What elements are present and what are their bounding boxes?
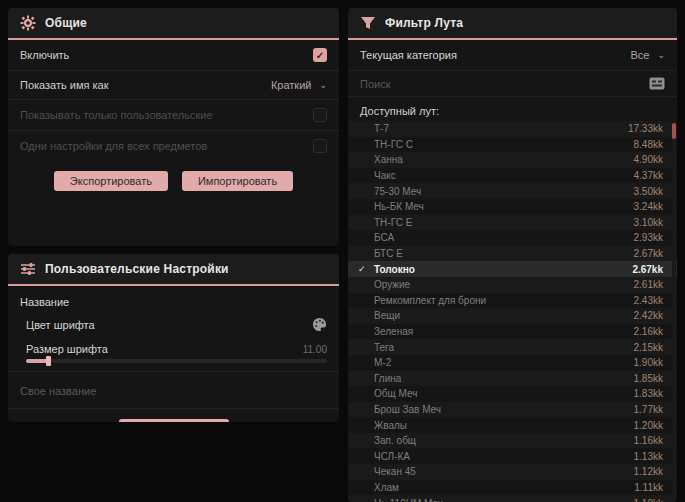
font-size-slider-wrap xyxy=(8,359,339,372)
loot-list-item[interactable]: Тега 2.15kk xyxy=(348,339,677,355)
show-name-row: Показать имя как Краткий ⌄ xyxy=(8,70,339,99)
loot-filter-header: Фильтр Лута xyxy=(348,8,677,40)
loot-item-value: 8.48kk xyxy=(634,139,663,150)
custom-name-input[interactable] xyxy=(20,385,327,397)
loot-list-item[interactable]: М-2 1.90kk xyxy=(348,355,677,371)
loot-item-value: 2.67kk xyxy=(634,248,663,259)
delete-button[interactable]: Удалить xyxy=(119,419,229,422)
loot-list-item[interactable]: Брош Зав Меч 1.77kk xyxy=(348,402,677,418)
font-size-value: 11.00 xyxy=(303,344,327,355)
palette-icon[interactable] xyxy=(312,317,327,332)
loot-item-value: 2.61kk xyxy=(634,279,663,290)
loot-item-name: Тега xyxy=(374,342,634,353)
loot-item-name: Общ Меч xyxy=(374,388,634,399)
loot-item-value: 1.90kk xyxy=(634,357,663,368)
loot-item-value: 2.16kk xyxy=(634,326,663,337)
loot-list-item[interactable]: ✓ Толокно 2.67kk xyxy=(348,261,677,277)
font-size-label: Размер шрифта xyxy=(26,343,108,355)
loot-list-item[interactable]: Нь-110НМ Меч 1.10kk xyxy=(348,495,677,502)
category-dropdown[interactable]: Все ⌄ xyxy=(630,49,665,61)
loot-list-item[interactable]: БТС Е 2.67kk xyxy=(348,246,677,262)
loot-item-name: БТС Е xyxy=(374,248,634,259)
name-label: Название xyxy=(8,286,339,310)
loot-item-value: 4.90kk xyxy=(634,154,663,165)
loot-list-item[interactable]: Ремкомплект для брони 2.43kk xyxy=(348,293,677,309)
search-row xyxy=(348,70,677,97)
import-button[interactable]: Импортировать xyxy=(182,171,293,191)
only-custom-row: Показывать только пользовательские xyxy=(8,99,339,130)
chevron-down-icon: ⌄ xyxy=(657,50,665,60)
loot-item-name: Чакс xyxy=(374,170,634,181)
only-custom-label: Показывать только пользовательские xyxy=(20,109,213,121)
same-settings-row: Одни настройки для всех предметов xyxy=(8,130,339,161)
loot-list-item[interactable]: Вещи 2.42kk xyxy=(348,308,677,324)
font-color-label: Цвет шрифта xyxy=(26,319,95,331)
search-settings-icon[interactable] xyxy=(649,77,665,90)
loot-item-name: Т-7 xyxy=(374,123,628,134)
loot-list-item[interactable]: Ханна 4.90kk xyxy=(348,152,677,168)
chevron-down-icon: ⌄ xyxy=(319,80,327,90)
loot-item-name: 75-30 Меч xyxy=(374,186,634,197)
loot-item-name: Зап. общ xyxy=(374,435,634,446)
loot-item-value: 1.16kk xyxy=(634,435,663,446)
same-settings-checkbox[interactable] xyxy=(313,139,327,153)
loot-item-name: Ремкомплект для брони xyxy=(374,295,634,306)
font-size-row: Размер шрифта 11.00 xyxy=(8,336,339,359)
loot-list-item[interactable]: Зеленая 2.16kk xyxy=(348,324,677,340)
sliders-icon xyxy=(20,261,36,277)
loot-list-item[interactable]: ТН-ГС Е 3.10kk xyxy=(348,215,677,231)
export-import-row: Экспортировать Импортировать xyxy=(8,161,339,203)
loot-list-item[interactable]: Общ Меч 1.83kk xyxy=(348,386,677,402)
loot-item-name: Нь-110НМ Меч xyxy=(374,498,634,502)
general-panel: Общие Включить ✓ Показать имя как Кратки… xyxy=(8,8,339,246)
loot-list-item[interactable]: ЧСЛ-КА 1.13kk xyxy=(348,448,677,464)
loot-item-value: 4.37kk xyxy=(634,170,663,181)
only-custom-checkbox[interactable] xyxy=(313,108,327,122)
enable-checkbox[interactable]: ✓ xyxy=(313,48,327,62)
loot-item-value: 2.67kk xyxy=(632,264,663,275)
loot-list-item[interactable]: БСА 2.93kk xyxy=(348,230,677,246)
loot-list-item[interactable]: Чекан 45 1.12kk xyxy=(348,464,677,480)
show-name-label: Показать имя как xyxy=(20,79,109,91)
loot-item-value: 3.10kk xyxy=(634,217,663,228)
loot-list-item[interactable]: ТН-ГС С 8.48kk xyxy=(348,137,677,153)
loot-item-name: БСА xyxy=(374,232,634,243)
show-name-dropdown[interactable]: Краткий ⌄ xyxy=(271,79,327,91)
loot-list-item[interactable]: 75-30 Меч 3.50kk xyxy=(348,183,677,199)
loot-item-value: 2.15kk xyxy=(634,342,663,353)
scrollbar[interactable] xyxy=(672,121,676,502)
slider-thumb[interactable] xyxy=(46,356,51,366)
loot-item-value: 1.11kk xyxy=(634,482,663,493)
loot-item-name: Зеленая xyxy=(374,326,634,337)
loot-list-item[interactable]: Жвалы 1.20kk xyxy=(348,417,677,433)
loot-item-name: Толокно xyxy=(374,264,632,275)
custom-name-row xyxy=(8,372,339,409)
loot-item-name: Брош Зав Меч xyxy=(374,404,634,415)
loot-list-item[interactable]: Чакс 4.37kk xyxy=(348,168,677,184)
loot-item-name: Глина xyxy=(374,373,634,384)
loot-list-item[interactable]: Хлам 1.11kk xyxy=(348,480,677,496)
loot-filter-panel: Фильтр Лута Текущая категория Все ⌄ Дост… xyxy=(348,8,677,502)
same-settings-label: Одни настройки для всех предметов xyxy=(20,140,207,152)
scrollbar-thumb[interactable] xyxy=(672,123,676,139)
loot-list-item[interactable]: Глина 1.85kk xyxy=(348,371,677,387)
loot-item-name: ТН-ГС Е xyxy=(374,217,634,228)
category-dropdown-value: Все xyxy=(630,49,649,61)
category-row: Текущая категория Все ⌄ xyxy=(348,40,677,70)
custom-settings-panel: Пользовательские Настройки Название Цвет… xyxy=(8,254,339,422)
loot-item-value: 17.33kk xyxy=(628,123,663,134)
loot-item-value: 2.43kk xyxy=(634,295,663,306)
loot-item-value: 1.13kk xyxy=(634,451,663,462)
delete-row: Удалить xyxy=(8,409,339,422)
loot-item-value: 3.24kk xyxy=(634,201,663,212)
loot-list-item[interactable]: Т-7 17.33kk xyxy=(348,121,677,137)
font-size-slider[interactable] xyxy=(26,359,327,363)
gear-icon xyxy=(20,15,36,31)
loot-list-item[interactable]: Зап. общ 1.16kk xyxy=(348,433,677,449)
loot-list-item[interactable]: Нь-БК Меч 3.24kk xyxy=(348,199,677,215)
slider-fill xyxy=(26,359,48,363)
export-button[interactable]: Экспортировать xyxy=(54,171,168,191)
loot-list-item[interactable]: Оружие 2.61kk xyxy=(348,277,677,293)
available-loot-label: Доступный лут: xyxy=(348,97,677,121)
search-input[interactable] xyxy=(360,78,649,90)
